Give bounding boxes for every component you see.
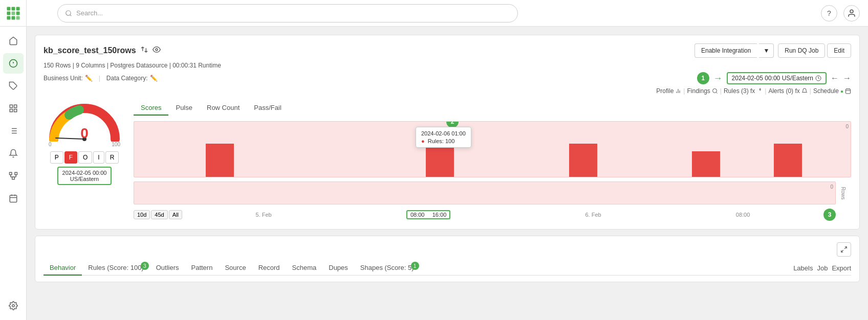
- gauge-value: 0: [80, 125, 89, 142]
- edit-button[interactable]: Edit: [827, 43, 851, 58]
- enable-integration-dropdown[interactable]: ▼: [759, 43, 774, 58]
- svg-rect-1: [11, 7, 15, 10]
- asset-title-row: kb_score_test_150rows: [44, 45, 161, 56]
- pfoir-o[interactable]: O: [78, 151, 92, 164]
- svg-point-37: [850, 10, 853, 13]
- tab-findings[interactable]: Findings: [687, 87, 718, 95]
- sidebar-item-tag[interactable]: [3, 76, 24, 96]
- tab-source[interactable]: Source: [219, 261, 252, 276]
- tab-rules-score[interactable]: Rules (Score: 100) 3: [82, 261, 149, 276]
- svg-rect-5: [16, 11, 19, 15]
- asset-card: kb_score_test_150rows Enable Integration…: [35, 35, 860, 230]
- asset-header-row: kb_score_test_150rows Enable Integration…: [44, 43, 851, 58]
- user-avatar[interactable]: [843, 5, 860, 21]
- sidebar-item-workflow[interactable]: [3, 166, 24, 186]
- tooltip-date-label: 2024-02-06 01:00: [421, 130, 466, 136]
- gauge-min: 0: [49, 142, 52, 147]
- data-category-edit-icon[interactable]: ✏️: [150, 75, 158, 82]
- step-1-bubble: 1: [697, 72, 709, 84]
- pfoir-p[interactable]: P: [50, 151, 63, 164]
- bottom-card-header: [44, 242, 851, 259]
- score-bar-1: [206, 144, 234, 177]
- svg-rect-16: [14, 109, 16, 112]
- sidebar-item-catalog[interactable]: [3, 53, 24, 74]
- business-unit-label: Business Unit:: [44, 75, 83, 82]
- arrow-right-icon: →: [713, 73, 723, 84]
- tooltip-date: 2024-02-05 00:00: [62, 170, 107, 176]
- help-button[interactable]: ?: [821, 5, 837, 21]
- chart-tab-rowcount[interactable]: Row Count: [200, 101, 247, 116]
- tl-time-3: 08:00: [736, 212, 750, 218]
- tab-outliers[interactable]: Outliers: [150, 261, 185, 276]
- svg-line-44: [716, 92, 717, 93]
- search-placeholder: Search...: [76, 9, 103, 17]
- chart-tabs-row: Scores Pulse Row Count Pass/Fail: [134, 101, 851, 115]
- chart-tab-passfail[interactable]: Pass/Fail: [247, 101, 288, 116]
- sep4: |: [810, 87, 811, 95]
- enable-integration-button[interactable]: Enable Integration: [695, 43, 757, 58]
- tab-alerts[interactable]: Alerts (0) fx: [768, 87, 807, 95]
- sidebar-item-home[interactable]: [3, 31, 24, 51]
- timeline-labels: 5. Feb 08:00 16:00 6. Feb 08:00: [184, 210, 821, 219]
- tab-record[interactable]: Record: [252, 261, 286, 276]
- tab-behavior[interactable]: Behavior: [44, 261, 82, 276]
- svg-line-36: [70, 14, 72, 16]
- chart-area: 0 0 100 P F O I R 2024-02-05 00:00: [44, 101, 851, 221]
- timeline-45d[interactable]: 45d: [151, 210, 167, 219]
- prev-date-arrow[interactable]: ←: [831, 74, 839, 83]
- rows-chart: Rows 0: [134, 181, 836, 204]
- shapes-badge: 1: [411, 262, 419, 270]
- score-bar-3: [569, 144, 597, 177]
- run-dq-job-button[interactable]: Run DQ Job: [778, 43, 825, 58]
- svg-rect-45: [846, 89, 851, 94]
- next-date-arrow[interactable]: →: [843, 74, 851, 83]
- svg-line-52: [841, 250, 843, 252]
- profile-tabs-row: Profile | Findings | Rules (3) fx | Aler…: [44, 87, 851, 95]
- job-link[interactable]: Job: [817, 264, 828, 272]
- export-link[interactable]: Export: [832, 264, 851, 272]
- expand-icon: [840, 246, 848, 253]
- chart-tab-scores[interactable]: Scores: [134, 101, 168, 116]
- sidebar-item-bell[interactable]: [3, 143, 24, 164]
- logo[interactable]: [0, 0, 27, 27]
- svg-point-43: [712, 89, 717, 93]
- business-row: Business Unit: ✏️ | Data Category: ✏️ 1 …: [44, 72, 851, 84]
- svg-rect-15: [10, 109, 12, 112]
- sidebar-item-settings[interactable]: [3, 295, 24, 316]
- swap-icon[interactable]: [140, 45, 148, 56]
- top-right-actions: ?: [821, 5, 860, 21]
- bottom-card: Behavior Rules (Score: 100) 3 Outliers P…: [35, 236, 860, 282]
- datetime-box[interactable]: 2024-02-05 00:00 US/Eastern: [727, 72, 827, 84]
- step-3-bubble: 3: [823, 209, 836, 221]
- search-bar[interactable]: Search...: [57, 4, 518, 22]
- tab-rules[interactable]: Rules (3) fx: [724, 87, 763, 95]
- tab-schema[interactable]: Schema: [286, 261, 323, 276]
- svg-point-35: [66, 10, 71, 15]
- sep2: |: [720, 87, 722, 95]
- svg-rect-30: [10, 195, 17, 202]
- sidebar-item-list[interactable]: [3, 121, 24, 141]
- tab-shapes[interactable]: Shapes (Score: 5) 1: [354, 261, 420, 276]
- svg-rect-13: [10, 105, 12, 107]
- eye-icon[interactable]: [153, 45, 161, 56]
- tab-dupes[interactable]: Dupes: [322, 261, 354, 276]
- chart-tab-pulse[interactable]: Pulse: [168, 101, 200, 116]
- tab-profile[interactable]: Profile: [656, 87, 681, 95]
- pfoir-r[interactable]: R: [105, 151, 119, 164]
- timeline-all[interactable]: All: [169, 210, 182, 219]
- sidebar-item-grid[interactable]: [3, 98, 24, 119]
- labels-link[interactable]: Labels: [793, 264, 813, 272]
- tab-schedule[interactable]: Schedule ●: [813, 87, 851, 95]
- pfoir-f[interactable]: F: [64, 151, 77, 164]
- sidebar-item-calendar[interactable]: [3, 188, 24, 209]
- pfoir-i[interactable]: I: [93, 151, 104, 164]
- alerts-icon: [801, 88, 808, 94]
- business-unit-edit-icon[interactable]: ✏️: [85, 75, 93, 82]
- clock-icon: [815, 75, 821, 81]
- tab-pattern[interactable]: Pattern: [185, 261, 219, 276]
- expand-button[interactable]: [837, 242, 851, 257]
- datetime-value: 2024-02-05 00:00 US/Eastern: [732, 75, 813, 82]
- timeline-10d[interactable]: 10d: [134, 210, 150, 219]
- rows-zero-label: 0: [830, 184, 833, 190]
- search-icon: [65, 10, 72, 17]
